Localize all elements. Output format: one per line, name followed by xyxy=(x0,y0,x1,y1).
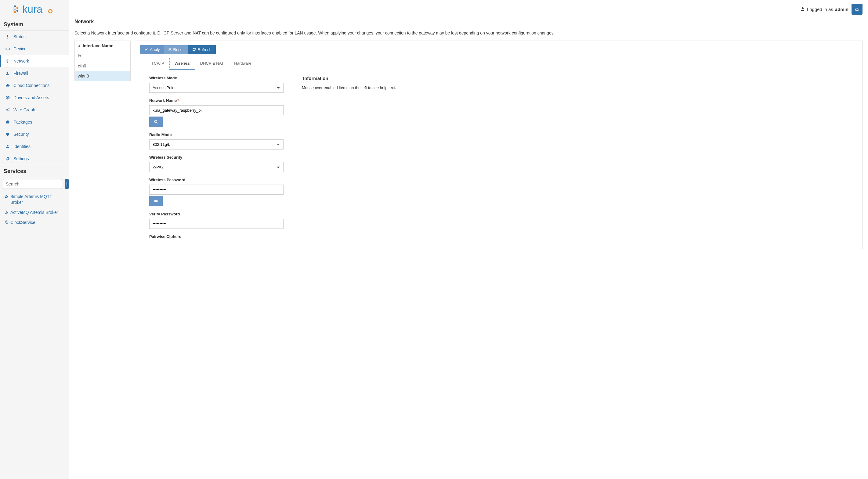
svg-line-20 xyxy=(7,110,8,111)
tab-tcpip[interactable]: TCP/IP xyxy=(146,58,169,70)
nav-cloud[interactable]: Cloud Connections xyxy=(0,79,69,92)
verify-password-label: Verify Password xyxy=(149,212,283,216)
apply-button[interactable]: Apply xyxy=(140,45,164,54)
sort-asc-icon: ▲ xyxy=(78,44,81,47)
interface-row-lo[interactable]: lo xyxy=(75,51,130,61)
graph-icon xyxy=(5,108,10,112)
pairwise-ciphers-label: Pairwise Ciphers xyxy=(149,234,283,239)
nav-packages[interactable]: Packages xyxy=(0,116,69,128)
radio-mode-select[interactable]: 802.11g/b xyxy=(149,139,283,150)
svg-point-2 xyxy=(16,10,18,11)
svg-line-19 xyxy=(7,109,8,110)
reset-label: Reset xyxy=(173,47,184,52)
wireless-security-select[interactable]: WPA2 xyxy=(149,162,283,172)
nav-wire-graph[interactable]: Wire Graph xyxy=(0,104,69,116)
wireless-security-label: Wireless Security xyxy=(149,155,283,160)
refresh-label: Refresh xyxy=(198,47,212,52)
wireless-password-label: Wireless Password xyxy=(149,178,283,182)
verify-password-input[interactable] xyxy=(149,219,283,229)
clock-icon xyxy=(5,220,8,224)
svg-point-1 xyxy=(16,7,18,9)
svg-text:kura: kura xyxy=(22,3,42,15)
interface-row-eth0[interactable]: eth0 xyxy=(75,61,130,71)
svg-point-18 xyxy=(8,110,10,111)
username: admin xyxy=(835,7,848,12)
service-simple-artemis[interactable]: Simple Artemis MQTT Broker xyxy=(0,192,69,208)
nav-firewall[interactable]: Firewall xyxy=(0,67,69,79)
nav-label: Cloud Connections xyxy=(13,83,50,88)
add-service-button[interactable] xyxy=(65,179,69,189)
user-info: Logged in as admin xyxy=(800,7,848,12)
svg-point-26 xyxy=(5,197,6,198)
user-icon xyxy=(5,144,10,149)
interface-header-label: Interface Name xyxy=(83,43,113,48)
logo: kura xyxy=(0,0,69,18)
nav-label: Identities xyxy=(13,144,31,149)
wireless-password-input[interactable] xyxy=(149,185,283,195)
exclamation-icon xyxy=(5,34,10,39)
svg-point-4 xyxy=(13,10,13,11)
wireless-mode-label: Wireless Mode xyxy=(149,76,283,80)
x-icon xyxy=(168,48,172,51)
nav-status[interactable]: Status xyxy=(0,31,69,43)
page-description: Select a Network Interface and configure… xyxy=(74,30,863,36)
svg-line-31 xyxy=(157,122,158,123)
nav-device[interactable]: Device xyxy=(0,43,69,55)
nav-security[interactable]: Security xyxy=(0,128,69,140)
svg-rect-9 xyxy=(7,35,8,37)
logged-in-label: Logged in as xyxy=(807,7,833,12)
svg-point-5 xyxy=(13,7,13,9)
topbar: Logged in as admin xyxy=(69,0,868,16)
sidebar: kura System Status Device Network xyxy=(0,0,69,479)
settings-button[interactable] xyxy=(851,4,863,14)
tab-wireless[interactable]: Wireless xyxy=(169,58,195,70)
nav-label: Wire Graph xyxy=(13,107,35,112)
apply-label: Apply xyxy=(150,47,160,52)
services-section-title: Services xyxy=(0,165,69,177)
kura-logo-icon: kura xyxy=(13,3,56,15)
svg-point-16 xyxy=(6,109,7,110)
hdd-icon xyxy=(5,47,10,51)
services-search-input[interactable] xyxy=(3,179,62,189)
svg-point-6 xyxy=(14,8,16,10)
wireless-mode-select[interactable]: Access Point xyxy=(149,83,283,93)
svg-point-23 xyxy=(7,145,8,147)
tab-dhcp-nat[interactable]: DHCP & NAT xyxy=(195,58,229,70)
nav-label: Security xyxy=(13,132,29,137)
interface-row-wlan0[interactable]: wlan0 xyxy=(75,71,130,81)
svg-point-3 xyxy=(14,11,16,13)
cube-icon xyxy=(5,95,10,100)
svg-rect-10 xyxy=(7,38,8,39)
service-label: Simple Artemis MQTT Broker xyxy=(10,194,64,205)
svg-point-30 xyxy=(154,120,157,123)
nav-network[interactable]: Network xyxy=(0,55,69,67)
network-name-input[interactable] xyxy=(149,105,283,115)
svg-point-17 xyxy=(8,108,10,109)
service-clock[interactable]: ClockService xyxy=(0,218,69,228)
radio-mode-label: Radio Mode xyxy=(149,132,283,137)
rss-icon xyxy=(5,210,8,214)
nav-settings[interactable]: Settings xyxy=(0,153,69,165)
swap-icon xyxy=(154,199,158,203)
service-label: ClockService xyxy=(10,220,35,225)
scan-networks-button[interactable] xyxy=(149,117,163,127)
refresh-icon xyxy=(192,47,196,51)
reset-button[interactable]: Reset xyxy=(164,45,188,54)
nav-drivers[interactable]: Drivers and Assets xyxy=(0,92,69,104)
nav-label: Packages xyxy=(13,120,32,125)
search-icon xyxy=(154,120,158,124)
shield-icon xyxy=(5,132,10,136)
refresh-button[interactable]: Refresh xyxy=(188,45,216,54)
nav-label: Firewall xyxy=(13,71,28,76)
toggle-password-button[interactable] xyxy=(149,196,163,206)
nav-identities[interactable]: Identities xyxy=(0,140,69,153)
cloud-icon xyxy=(5,83,10,88)
tab-hardware[interactable]: Hardware xyxy=(229,58,256,70)
gear-icon xyxy=(5,157,10,161)
interface-list: ▲ Interface Name lo eth0 wlan0 xyxy=(74,40,131,81)
config-panel: Apply Reset Refresh TCP/IP Wir xyxy=(135,40,863,249)
interface-header[interactable]: ▲ Interface Name xyxy=(75,41,130,51)
service-activemq-artemis[interactable]: ActiveMQ Artemis Broker xyxy=(0,208,69,218)
nav-label: Drivers and Assets xyxy=(13,95,49,100)
main-content: Logged in as admin Network Select a Netw… xyxy=(69,0,868,479)
